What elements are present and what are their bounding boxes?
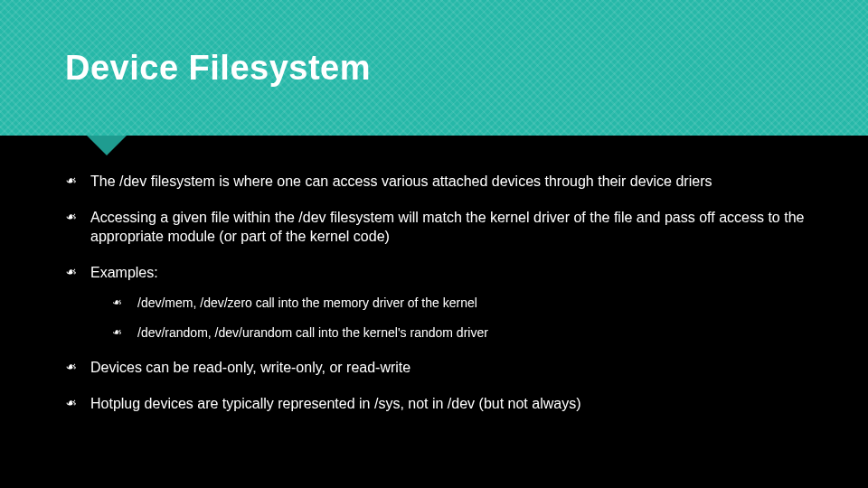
bullet-item: Devices can be read-only, write-only, or… — [65, 358, 825, 378]
slide: Device Filesystem The /dev filesystem is… — [0, 0, 868, 488]
bullet-item: The /dev filesystem is where one can acc… — [65, 172, 825, 192]
sub-bullet-item: /dev/random, /dev/urandom call into the … — [112, 324, 825, 342]
header-fold-decoration — [87, 136, 127, 155]
bullet-text: Hotplug devices are typically represente… — [90, 396, 581, 411]
slide-header: Device Filesystem — [0, 0, 868, 136]
bullet-text: Accessing a given file within the /dev f… — [90, 210, 804, 245]
bullet-item: Accessing a given file within the /dev f… — [65, 208, 825, 247]
sub-bullet-list: /dev/mem, /dev/zero call into the memory… — [90, 295, 825, 342]
slide-body: The /dev filesystem is where one can acc… — [65, 172, 825, 429]
bullet-text: Devices can be read-only, write-only, or… — [90, 360, 410, 375]
bullet-item: Examples: /dev/mem, /dev/zero call into … — [65, 263, 825, 342]
sub-bullet-text: /dev/mem, /dev/zero call into the memory… — [137, 296, 477, 310]
bullet-text: Examples: — [90, 265, 158, 280]
sub-bullet-item: /dev/mem, /dev/zero call into the memory… — [112, 295, 825, 312]
slide-title: Device Filesystem — [65, 49, 371, 88]
bullet-text: The /dev filesystem is where one can acc… — [90, 174, 712, 189]
bullet-list: The /dev filesystem is where one can acc… — [65, 172, 825, 413]
bullet-item: Hotplug devices are typically represente… — [65, 394, 825, 414]
sub-bullet-text: /dev/random, /dev/urandom call into the … — [137, 325, 488, 340]
